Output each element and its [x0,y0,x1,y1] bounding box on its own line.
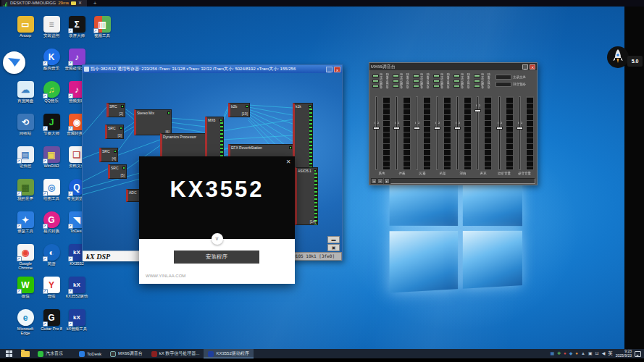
file-explorer-button[interactable] [17,349,33,358]
fader-track[interactable] [375,96,377,170]
desktop-icon[interactable]: kXKX3552驱动 [64,277,89,298]
task-kx3552-installer[interactable]: KX3552驱动程序 [204,349,253,358]
desktop-icon[interactable]: ⟲回收站 [13,114,38,135]
tray-icon[interactable]: ◆ [569,349,573,358]
minimize-button[interactable]: ▁ [522,64,528,70]
fader-handle[interactable] [454,127,461,130]
desktop-icon[interactable]: ♫QQ音乐 [39,81,64,103]
channel-button[interactable] [393,80,399,83]
node-port-icon[interactable] [219,119,222,122]
node-port-icon[interactable] [122,167,125,169]
tab-close-icon[interactable]: ✕ [78,0,82,7]
dsp-node-stereo-mix[interactable]: Stereo Mix[6] [134,109,172,135]
node-port-icon[interactable] [114,150,117,153]
start-button[interactable] [0,349,17,358]
volume-icon[interactable]: ◀ [602,349,606,358]
dsp-folder-button[interactable]: ▣ [327,244,340,251]
channel-button[interactable] [474,75,480,77]
close-button[interactable]: ✕ [530,64,535,70]
task-mx66-mixer[interactable]: MX66调音台 [106,349,147,358]
channel-button[interactable] [393,75,399,77]
status-button[interactable]: ▪ [377,178,383,184]
remote-session-tab[interactable]: DESKTOP-MMOURGG 29ms ✕ [1,0,87,7]
todesk-floating-ball[interactable] [3,51,25,74]
fader-handle[interactable] [393,127,400,130]
channel-button[interactable] [372,85,379,88]
screenshot-icon[interactable] [71,1,76,5]
dsp-title-bar[interactable]: 指令:382/512 通用寄存器: 233/256 iTram: 31/128 … [83,65,342,73]
mixer-title-bar[interactable]: MX66调音台 ▁ ✕ [369,63,537,70]
task-kx-dsp[interactable]: kX 数字信号处理器... [147,349,204,358]
channel-button[interactable] [393,85,399,88]
notification-center-icon[interactable] [635,351,641,357]
desktop-icon[interactable]: ◉Google Chrome [13,244,38,270]
fader-track[interactable] [519,96,521,170]
channel-button[interactable] [372,80,379,83]
channel-button[interactable] [433,80,440,83]
channel-button[interactable] [372,75,379,77]
dsp-tool-button[interactable]: ▬ [327,236,340,243]
fader-handle[interactable] [414,127,420,130]
desktop-icon[interactable]: K酷狗音乐 [39,49,64,70]
node-port-icon[interactable] [121,105,124,108]
node-port-icon[interactable] [120,127,122,130]
node-port-icon[interactable] [309,105,311,108]
fader-handle[interactable] [517,127,523,130]
fader-track[interactable] [498,96,501,170]
ime-indicator[interactable]: 英 [608,350,613,357]
channel-button[interactable] [413,85,419,88]
desktop-icon[interactable]: ◎绘图工具 [39,179,64,201]
close-icon[interactable]: ✕ [285,159,292,166]
desktop-icon[interactable]: ≡安装说明 [39,16,64,38]
chevron-down-icon[interactable]: ∨ [212,233,223,245]
desktop-icon[interactable]: eMicrosoft Edge [13,309,38,335]
close-button[interactable]: ✕ [334,67,340,72]
dsp-node-asio[interactable]: ASIO5.1[14] [295,167,318,225]
booster-overlay[interactable] [607,45,629,70]
tray-icon[interactable]: ▣ [588,349,593,358]
task-todesk[interactable]: ToDesk [75,349,106,358]
new-tab-button[interactable]: + [91,0,99,7]
channel-button[interactable] [413,75,419,77]
channel-button[interactable] [413,80,419,83]
minimize-button[interactable]: ▁ [326,67,333,72]
desktop-icon[interactable]: ☁百度网盘 [13,81,38,103]
dsp-node-src[interactable]: SRC[5] [108,164,127,179]
node-port-icon[interactable] [314,169,317,172]
fader-handle[interactable] [496,127,503,130]
tray-icon[interactable]: ▦ [550,349,554,358]
status-button[interactable]: ◂ [371,178,377,184]
desktop-icon[interactable]: ▥视频工具 [90,16,114,38]
node-port-icon[interactable] [167,111,170,114]
channel-button[interactable] [433,75,440,77]
dsp-node-b2b[interactable]: b2b[19] [228,103,250,117]
fader-handle[interactable] [474,109,481,112]
fader-handle[interactable] [434,127,440,130]
desktop-icon[interactable]: ▦我的世界 [13,179,38,201]
mix-arm-button[interactable] [495,82,511,87]
node-port-icon[interactable] [246,105,248,108]
taskbar-clock[interactable]: 9:23 2025/9/23 [616,350,632,358]
channel-button[interactable] [453,75,460,77]
desktop-icon[interactable]: ▣WinRAR [39,146,64,168]
fader-track[interactable] [477,96,479,170]
channel-button[interactable] [453,80,460,83]
channel-button[interactable] [433,85,440,88]
node-ports[interactable] [314,173,317,224]
desktop-icon[interactable]: GGuitar Pro 8 [39,309,64,331]
desktop-icon[interactable]: kXkX音频工具 [64,309,89,331]
channel-button[interactable] [474,85,480,88]
desktop-icon[interactable]: ◐简游 [39,244,64,266]
taskbar-app-soda-music[interactable]: 汽水音乐 [33,349,67,358]
tray-icon[interactable]: ▲ [581,349,585,358]
desktop-icon[interactable]: Y音啦 [39,277,64,298]
dsp-node-src[interactable]: SRC[3] [105,125,124,139]
fader-track[interactable] [396,96,398,170]
desktop-icon[interactable]: G格式转换 [39,211,64,233]
desktop-icon[interactable]: Σ录屏大师 [64,16,89,38]
install-button[interactable]: 安装程序 [174,251,259,264]
channel-button[interactable] [453,85,460,88]
desktop-icon[interactable]: ✦修复工具 [13,211,38,233]
desktop-icon[interactable]: J节奏大师 [39,114,64,135]
desktop-icon[interactable]: W微信 [13,277,38,298]
